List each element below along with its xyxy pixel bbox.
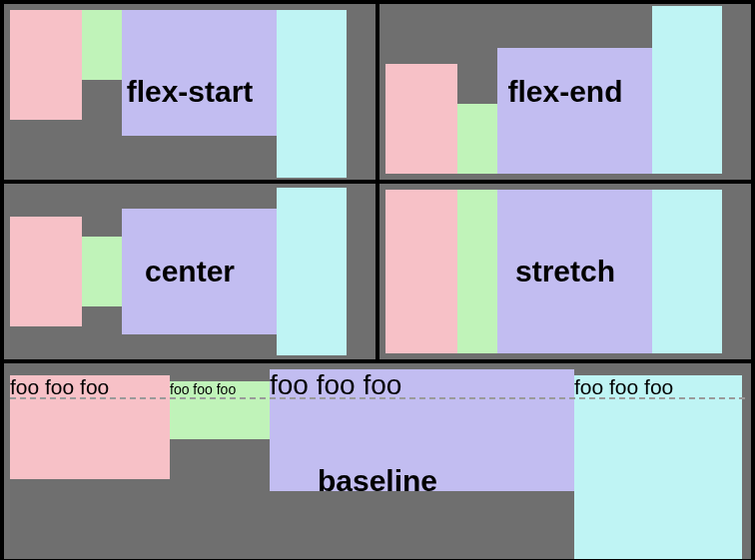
box-pink [385,64,457,174]
cell-flex-end: flex-end [378,2,753,182]
cell-stretch: stretch [378,182,753,361]
box-purple [122,209,277,334]
cell-baseline: foo foo foo foo foo foo foo foo foo foo … [2,361,753,560]
box-cyan: foo foo foo [574,375,742,559]
box-pink: foo foo foo [10,375,170,479]
box-green [457,104,497,174]
box-purple [497,190,652,353]
box-pink [10,10,82,120]
box-purple [122,10,277,136]
box-green [82,237,122,306]
box-green [457,190,497,353]
box-green [82,10,122,80]
box-pink [10,217,82,326]
box-pink [385,190,457,353]
box-green: foo foo foo [170,381,270,439]
align-items-diagram: flex-start flex-end center stretch foo f… [0,0,755,560]
cell-center: center [2,182,378,361]
cell-flex-start: flex-start [2,2,378,182]
box-cyan [652,190,722,353]
box-purple: foo foo foo [270,369,574,491]
box-purple [497,48,652,174]
box-cyan [277,188,347,355]
box-cyan [652,6,722,174]
box-cyan [277,10,347,178]
